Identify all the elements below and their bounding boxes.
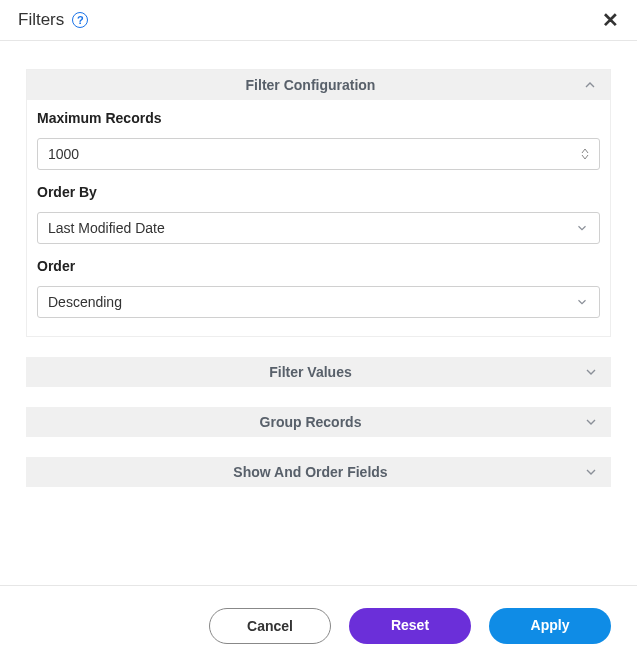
filter-configuration-body: Maximum Records 1000 Order By Last Modif… bbox=[27, 100, 610, 336]
max-records-value: 1000 bbox=[48, 146, 79, 162]
section-title: Filter Configuration bbox=[39, 77, 582, 93]
dialog-content: Filter Configuration Maximum Records 100… bbox=[0, 41, 637, 487]
dialog-header: Filters ? ✕ bbox=[0, 0, 637, 41]
stepper-icon[interactable] bbox=[581, 148, 589, 160]
order-by-select[interactable]: Last Modified Date bbox=[37, 212, 600, 244]
show-and-order-fields-header[interactable]: Show And Order Fields bbox=[26, 457, 611, 487]
dialog-title: Filters bbox=[18, 10, 64, 30]
apply-button[interactable]: Apply bbox=[489, 608, 611, 644]
order-by-field: Order By Last Modified Date bbox=[37, 184, 600, 244]
chevron-down-icon bbox=[575, 221, 589, 235]
filter-configuration-header[interactable]: Filter Configuration bbox=[27, 70, 610, 100]
section-title: Show And Order Fields bbox=[38, 464, 583, 480]
help-icon[interactable]: ? bbox=[72, 12, 88, 28]
max-records-input[interactable]: 1000 bbox=[37, 138, 600, 170]
chevron-up-icon bbox=[582, 77, 598, 93]
order-by-label: Order By bbox=[37, 184, 600, 200]
max-records-label: Maximum Records bbox=[37, 110, 600, 126]
max-records-field: Maximum Records 1000 bbox=[37, 110, 600, 170]
filter-configuration-panel: Filter Configuration Maximum Records 100… bbox=[26, 69, 611, 337]
chevron-down-icon bbox=[575, 295, 589, 309]
section-title: Filter Values bbox=[38, 364, 583, 380]
order-field: Order Descending bbox=[37, 258, 600, 318]
order-select[interactable]: Descending bbox=[37, 286, 600, 318]
order-label: Order bbox=[37, 258, 600, 274]
header-left: Filters ? bbox=[18, 10, 88, 30]
order-value: Descending bbox=[48, 294, 122, 310]
chevron-down-icon bbox=[583, 414, 599, 430]
filter-values-header[interactable]: Filter Values bbox=[26, 357, 611, 387]
chevron-down-icon bbox=[583, 364, 599, 380]
order-by-value: Last Modified Date bbox=[48, 220, 165, 236]
close-icon[interactable]: ✕ bbox=[602, 10, 619, 30]
dialog-footer: Cancel Reset Apply bbox=[0, 585, 637, 666]
chevron-down-icon bbox=[583, 464, 599, 480]
reset-button[interactable]: Reset bbox=[349, 608, 471, 644]
group-records-header[interactable]: Group Records bbox=[26, 407, 611, 437]
cancel-button[interactable]: Cancel bbox=[209, 608, 331, 644]
section-title: Group Records bbox=[38, 414, 583, 430]
